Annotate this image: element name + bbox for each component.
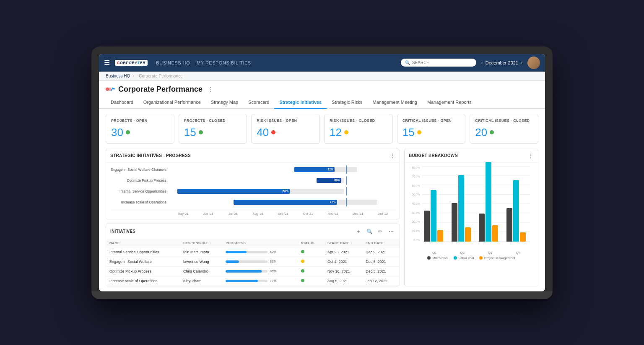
right-panel: BUDGET BREAKDOWN ⋮ 0.0% 10.0% 20.0% 30.0… (404, 149, 538, 286)
tab-management-meeting[interactable]: Management Meeting (368, 96, 422, 109)
gantt-bar-2: 86% (317, 178, 341, 183)
bar-3-2 (520, 232, 526, 242)
gantt-axis-2: Jul '21 (221, 212, 246, 216)
cell-status-0 (298, 247, 325, 257)
breadcrumb: Business HQ › Corporate Performance (99, 72, 545, 81)
metric-label-0: PROJECTS - OPEN (111, 118, 169, 123)
gantt-more-icon[interactable]: ⋮ (390, 152, 395, 159)
metric-value-3: 12 (330, 126, 342, 139)
cell-end-1: Dec 6, 2021 (362, 257, 400, 266)
gantt-row-3: Internal Service Opportunities 50% (110, 188, 395, 195)
add-initiative-btn[interactable]: + (354, 227, 363, 236)
gantt-track-3: 50% (171, 188, 395, 195)
breadcrumb-separator: › (133, 74, 135, 78)
budget-more-icon[interactable]: ⋮ (528, 152, 534, 159)
metric-label-2: RISK ISSUES - OPEN (257, 118, 314, 123)
breadcrumb-root[interactable]: Business HQ (106, 74, 130, 78)
more-initiative-btn[interactable]: ⋯ (387, 227, 395, 236)
search-input[interactable] (412, 60, 472, 65)
avatar[interactable] (527, 57, 540, 69)
bar-1-2 (465, 227, 471, 242)
gantt-pct-4: 77% (330, 201, 336, 203)
cell-name-1: Engage in Social Welfare (106, 257, 180, 266)
metric-label-3: RISK ISSUES - CLOSED (330, 118, 387, 123)
gantt-label-3: Internal Service Opportunities (110, 189, 169, 193)
y-label-8: 80.0% (409, 166, 421, 169)
legend-dot-1 (454, 256, 457, 260)
search-bar[interactable]: 🔍 (401, 59, 476, 67)
y-label-2: 20.0% (409, 220, 421, 223)
gantt-row-4: Increase scale of Operations 77% (110, 199, 395, 206)
x-label-1: Q2 (450, 251, 475, 255)
corporate-performance-icon (106, 85, 115, 93)
cell-end-0: Dec 9, 2021 (362, 247, 400, 257)
nav-business-hq[interactable]: BUSINESS HQ (156, 60, 190, 65)
budget-header: BUDGET BREAKDOWN ⋮ (405, 149, 538, 163)
bar-chart-container: 0.0% 10.0% 20.0% 30.0% 40.0% 50.0% 60.0%… (409, 166, 534, 250)
budget-panel: BUDGET BREAKDOWN ⋮ 0.0% 10.0% 20.0% 30.0… (404, 149, 538, 286)
metric-dot-1 (199, 130, 203, 134)
initiatives-title: INITIATIVES (110, 229, 135, 234)
budget-legend: Micro Cost Labor cost Project Management (409, 255, 534, 262)
bars-wrapper (422, 166, 530, 242)
x-axis-labels: Q1Q2Q3Q4 (409, 251, 534, 255)
gantt-bar-4: 77% (234, 200, 337, 205)
tab-strategic-risks[interactable]: Strategic Risks (327, 96, 367, 109)
cell-name-3: Increase scale of Operations (106, 276, 180, 286)
bar-1-1 (458, 175, 464, 242)
tab-dashboard[interactable]: Dashboard (106, 96, 138, 109)
cell-status-1 (298, 257, 325, 266)
y-axis: 0.0% 10.0% 20.0% 30.0% 40.0% 50.0% 60.0%… (409, 166, 421, 242)
tab-strategic-initiatives[interactable]: Strategic Initiatives (274, 96, 327, 109)
gantt-track-4: 77% (171, 199, 395, 206)
tab-org-performance[interactable]: Organizational Performance (138, 96, 206, 109)
table-row: Engage in Social Welfare lawrence Wang 3… (106, 257, 400, 266)
search-icon: 🔍 (405, 60, 410, 65)
metric-projects-closed: PROJECTS - CLOSED 15 (179, 114, 247, 144)
gantt-area: Engage in Social Welfare Channels 32% (106, 163, 400, 219)
legend-label-1: Labor cost (459, 256, 474, 260)
tab-scorecard[interactable]: Scorecard (243, 96, 274, 109)
cell-responsible-3: Kitty Pham (180, 276, 223, 286)
gantt-pct-1: 32% (327, 168, 333, 171)
metric-dot-2 (271, 130, 275, 134)
tab-management-reports[interactable]: Management Reports (422, 96, 477, 109)
prev-date-arrow[interactable]: ‹ (481, 60, 483, 66)
logo-area: CORPORATER (115, 60, 148, 66)
metric-dot-5 (490, 130, 494, 134)
y-label-3: 30.0% (409, 211, 421, 214)
gantt-axis-3: Aug '21 (246, 212, 271, 216)
gantt-label-1: Engage in Social Welfare Channels (110, 167, 169, 172)
cell-name-0: Internal Service Opportunities (106, 247, 180, 257)
date-navigation: ‹ December 2021 › (481, 60, 522, 66)
edit-initiative-btn[interactable]: ✏ (376, 227, 384, 236)
legend-label-0: Micro Cost (432, 256, 448, 260)
bar-group-0 (424, 190, 447, 242)
page-more-icon[interactable]: ⋮ (208, 86, 213, 93)
table-header-row: NAME RESPONSIBLE PROGRESS STATUS START D… (106, 239, 400, 247)
legend-label-2: Project Management (484, 256, 515, 260)
initiatives-table: NAME RESPONSIBLE PROGRESS STATUS START D… (106, 239, 400, 286)
metric-value-0: 30 (111, 126, 123, 139)
nav-my-responsibilities[interactable]: MY RESPONSIBILITIES (197, 60, 251, 65)
next-date-arrow[interactable]: › (521, 60, 522, 66)
metric-value-4: 15 (402, 126, 415, 139)
bar-3-0 (506, 208, 512, 242)
cell-responsible-1: lawrence Wang (180, 257, 223, 266)
search-initiative-btn[interactable]: 🔍 (365, 227, 374, 236)
cell-name-2: Optimize Pickup Process (106, 266, 180, 276)
metric-risk-open: RISK ISSUES - OPEN 40 (251, 114, 320, 144)
hamburger-icon[interactable]: ☰ (104, 59, 110, 67)
x-label-0: Q1 (422, 251, 447, 255)
metric-value-1: 15 (184, 126, 196, 139)
cell-start-0: Apr 28, 2021 (324, 247, 362, 257)
tab-strategy-map[interactable]: Strategy Map (206, 96, 243, 109)
metric-projects-open: PROJECTS - OPEN 30 (106, 114, 174, 144)
gantt-track-1: 32% (171, 166, 395, 173)
cell-progress-3: 77% (222, 276, 297, 286)
legend-item-1: Labor cost (454, 256, 474, 260)
gantt-marker-2 (346, 176, 347, 185)
top-navigation: ☰ CORPORATER BUSINESS HQ MY RESPONSIBILI… (99, 54, 545, 72)
breadcrumb-current: Corporate Performance (139, 74, 183, 78)
gantt-label-4: Increase scale of Operations (110, 200, 169, 204)
